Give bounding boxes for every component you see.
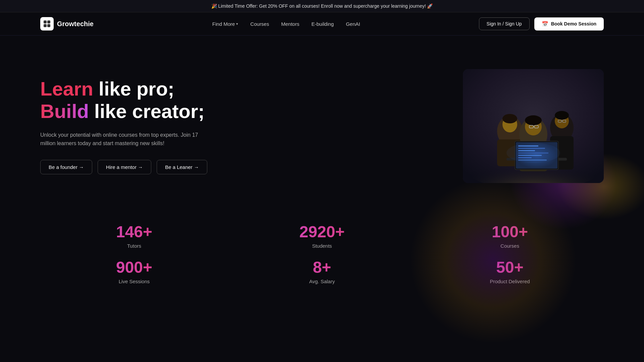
stat-avg-salary-label: Avg. Salary	[228, 279, 416, 284]
svg-point-20	[555, 111, 569, 120]
hero-image	[463, 69, 604, 183]
svg-rect-1	[47, 20, 50, 23]
hero-title-learn: Learn	[40, 78, 93, 100]
hero-subtitle: Unlock your potential with online course…	[40, 131, 215, 148]
nav-item-ebuilding[interactable]: E-building	[311, 21, 334, 27]
stat-tutors-label: Tutors	[40, 243, 228, 249]
signin-button[interactable]: Sign In / Sign Up	[479, 17, 530, 30]
announcement-bar: 🎉 Limited Time Offer: Get 20% OFF on all…	[0, 0, 644, 12]
hire-mentor-button[interactable]: Hire a mentor →	[98, 160, 151, 174]
nav-item-courses[interactable]: Courses	[250, 21, 269, 27]
stat-tutors-number: 146+	[40, 223, 228, 241]
nav-link-genai[interactable]: GenAI	[346, 21, 360, 27]
hero-title-likecreator: like creator;	[89, 100, 205, 122]
be-leaner-button[interactable]: Be a Leaner →	[157, 160, 207, 174]
announcement-text: 🎉 Limited Time Offer: Get 20% OFF on all…	[211, 3, 433, 9]
logo[interactable]: Growtechie	[40, 17, 94, 31]
stat-tutors: 146+ Tutors	[40, 223, 228, 249]
nav-link-ebuilding[interactable]: E-building	[311, 21, 334, 27]
hero-content: Learn like pro; Build like creator; Unlo…	[40, 78, 215, 174]
nav-links: Find More ▾ Courses Mentors E-building G…	[212, 21, 360, 27]
stat-live-sessions-label: Live Sessions	[40, 279, 228, 284]
chevron-down-icon: ▾	[236, 22, 238, 26]
stat-live-sessions-number: 900+	[40, 259, 228, 277]
svg-rect-2	[44, 24, 47, 27]
logo-text: Growtechie	[57, 20, 94, 28]
svg-rect-3	[47, 24, 50, 27]
stat-avg-salary-number: 8+	[228, 259, 416, 277]
calendar-icon: 📅	[542, 21, 548, 27]
be-founder-button[interactable]: Be a founder →	[40, 160, 92, 174]
stat-product-delivered-label: Product Delivered	[416, 279, 604, 284]
nav-item-findmore[interactable]: Find More ▾	[212, 21, 238, 27]
logo-icon	[40, 17, 54, 31]
stat-students: 2920+ Students	[228, 223, 416, 249]
hero-photo-svg	[463, 69, 604, 183]
hero-section: Learn like pro; Build like creator; Unlo…	[0, 36, 644, 210]
hero-buttons: Be a founder → Hire a mentor → Be a Lean…	[40, 160, 215, 174]
stat-product-delivered: 50+ Product Delivered	[416, 259, 604, 284]
hero-title-build: Build	[40, 100, 89, 122]
nav-link-courses[interactable]: Courses	[250, 21, 269, 27]
nav-item-mentors[interactable]: Mentors	[281, 21, 299, 27]
stat-students-number: 2920+	[228, 223, 416, 241]
nav-actions: Sign In / Sign Up 📅 Book Demo Session	[479, 17, 604, 31]
hero-title: Learn like pro; Build like creator;	[40, 78, 215, 122]
navbar: Growtechie Find More ▾ Courses Mentors E…	[0, 12, 644, 36]
nav-item-genai[interactable]: GenAI	[346, 21, 360, 27]
nav-link-findmore[interactable]: Find More ▾	[212, 21, 238, 27]
stat-students-label: Students	[228, 243, 416, 249]
stat-avg-salary: 8+ Avg. Salary	[228, 259, 416, 284]
hero-title-likepro: like pro;	[93, 78, 174, 100]
svg-point-13	[525, 115, 542, 125]
svg-rect-0	[44, 20, 47, 23]
svg-point-9	[502, 114, 517, 123]
nav-link-mentors[interactable]: Mentors	[281, 21, 299, 27]
svg-point-35	[506, 143, 560, 163]
stat-courses-label: Courses	[416, 243, 604, 249]
stat-product-delivered-number: 50+	[416, 259, 604, 277]
stat-live-sessions: 900+ Live Sessions	[40, 259, 228, 284]
book-demo-button[interactable]: 📅 Book Demo Session	[534, 17, 604, 31]
book-demo-label: Book Demo Session	[551, 21, 596, 26]
